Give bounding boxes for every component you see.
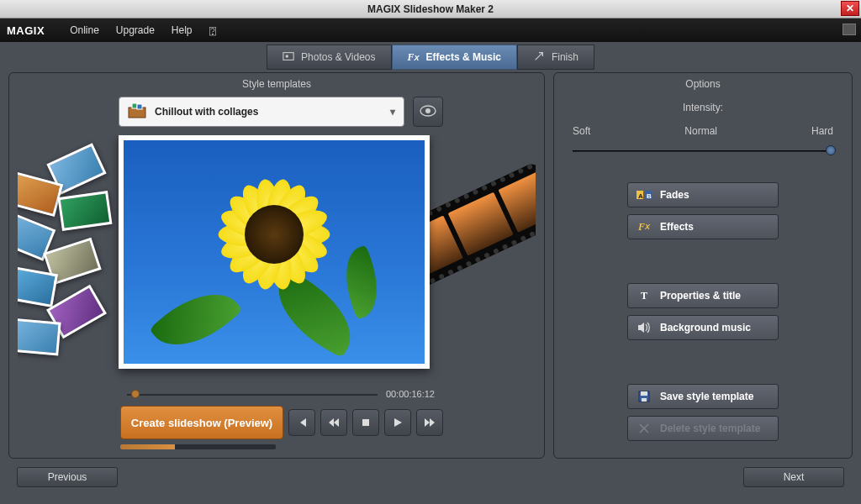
save-style-template-button[interactable]: Save style template [627,384,779,409]
fades-button[interactable]: AB Fades [627,182,779,207]
template-thumb-icon [128,102,146,121]
speaker-icon [637,320,652,335]
panel-style-templates: Style templates Chillout with collages ▾ [8,72,545,459]
intensity-ticks: Soft Normal Hard [573,125,833,137]
fx-small-icon: FX [637,219,652,234]
preview-image-frame [119,135,430,369]
stop-button[interactable] [352,409,379,436]
timeline: 00:00:16:12 [9,384,544,404]
svg-point-1 [286,55,289,58]
render-progress [120,444,276,449]
svg-point-6 [425,108,430,113]
skip-start-button[interactable] [288,409,315,436]
background-music-button[interactable]: Background music [627,315,779,340]
finish-arrow-icon [533,50,545,65]
tick-hard: Hard [811,125,833,137]
effects-button[interactable]: FX Effects [627,214,779,239]
transport-controls: Create slideshow (Preview) [9,404,544,444]
svg-text:B: B [647,192,652,200]
timeline-thumb[interactable] [131,390,140,398]
photos-icon [283,50,294,65]
logo: MAGIX [7,24,60,37]
timecode: 00:00:16:12 [386,389,435,399]
menu-online[interactable]: Online [63,21,106,39]
intensity-label: Intensity: [573,102,833,113]
effects-label: Effects [660,221,694,233]
preview-stage [18,135,536,384]
properties-title-button[interactable]: T Properties & title [627,283,779,308]
eye-icon [420,105,436,119]
tab-finish[interactable]: Finish [517,45,594,70]
fades-icon: AB [637,187,652,202]
chevron-down-icon: ▾ [390,106,395,118]
decor-photo-pile [18,152,135,384]
tab-label: Finish [552,51,578,63]
content: Style templates Chillout with collages ▾ [0,72,861,467]
previous-label: Previous [48,471,87,483]
panel-left-title: Style templates [9,73,544,97]
tab-label: Photos & Videos [301,51,376,63]
next-label: Next [784,471,805,483]
preview-template-button[interactable] [413,97,443,127]
tick-soft: Soft [573,125,590,137]
main-tabs: Photos & Videos FX Effects & Music Finis… [0,42,861,72]
window-title: MAGIX Slideshow Maker 2 [367,3,494,15]
panel-options: Options Intensity: Soft Normal Hard AB F… [553,72,853,459]
fast-forward-button[interactable] [416,409,443,436]
svg-rect-7 [362,419,369,426]
intensity-thumb[interactable] [826,145,836,155]
next-button[interactable]: Next [743,467,844,487]
menu-help[interactable]: Help [165,21,199,39]
play-button[interactable] [384,409,411,436]
delete-style-template-button: Delete style template [627,416,779,441]
panel-right-title: Options [554,73,852,97]
title-t-icon: T [637,288,652,303]
music-label: Background music [660,322,751,333]
intensity-slider[interactable] [573,144,833,157]
tick-normal: Normal [684,125,717,137]
svg-rect-13 [641,391,647,396]
minimize-button[interactable] [843,24,856,35]
menu-help-marker-icon[interactable]: ⍰ [203,21,223,40]
svg-rect-14 [642,398,647,402]
previous-button[interactable]: Previous [17,467,118,487]
tab-photos-videos[interactable]: Photos & Videos [267,45,392,70]
rewind-button[interactable] [320,409,347,436]
fades-label: Fades [660,189,689,201]
titlebar: MAGIX Slideshow Maker 2 ✕ [0,0,861,18]
preview-image [124,140,425,364]
save-label: Save style template [660,391,753,402]
menu-upgrade[interactable]: Upgrade [109,21,161,39]
template-dropdown[interactable]: Chillout with collages ▾ [119,97,404,127]
delete-x-icon [637,421,652,436]
close-icon: ✕ [846,3,854,14]
close-button[interactable]: ✕ [841,1,859,16]
template-selected-label: Chillout with collages [155,106,258,118]
timeline-track[interactable] [127,390,378,398]
svg-rect-4 [137,104,142,109]
properties-label: Properties & title [660,290,741,302]
create-slideshow-preview-button[interactable]: Create slideshow (Preview) [120,406,283,439]
delete-label: Delete style template [660,423,760,434]
tab-label: Effects & Music [426,51,501,63]
save-disk-icon [637,389,652,404]
create-button-label: Create slideshow (Preview) [131,417,272,429]
menubar: MAGIX Online Upgrade Help ⍰ [0,18,861,42]
svg-text:A: A [638,192,643,200]
svg-rect-3 [132,103,137,108]
footer-nav: Previous Next [0,467,861,496]
template-selector-row: Chillout with collages ▾ [9,97,544,127]
fx-icon: FX [408,51,420,64]
tab-effects-music[interactable]: FX Effects & Music [392,45,517,70]
